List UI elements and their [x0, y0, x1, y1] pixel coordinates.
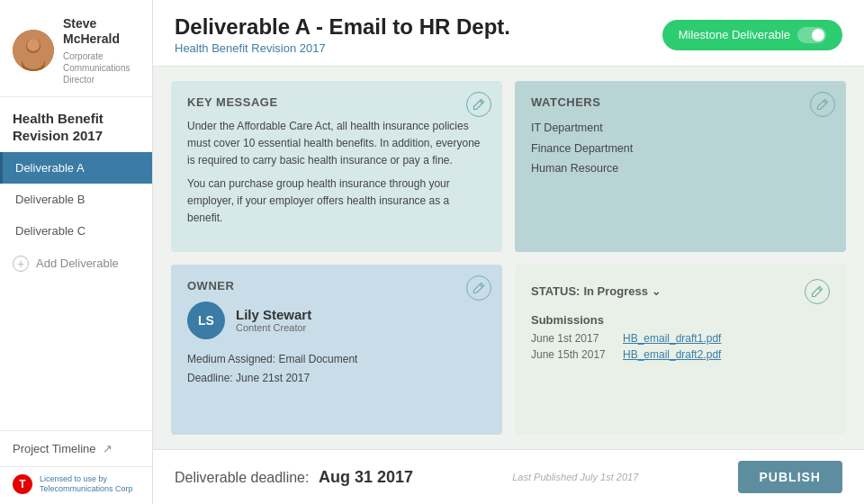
key-message-edit-button[interactable] [466, 92, 491, 117]
owner-edit-button[interactable] [466, 275, 491, 301]
user-role: Corporate Communications Director [63, 50, 140, 86]
telecom-footer: T Licensed to use by Telecommunications … [0, 466, 152, 504]
page-footer: Deliverable deadline: Aug 31 2017 Last P… [153, 449, 864, 504]
owner-medium: Medium Assigned: Email Document [187, 350, 486, 370]
project-label: Health Benefit Revision 2017 [0, 97, 152, 152]
svg-point-4 [22, 53, 44, 69]
sidebar-item-deliverable-b[interactable]: Deliverable B [0, 184, 152, 215]
telecom-logo: T [13, 474, 32, 494]
status-card: STATUS: In Progress ⌄ Submissions June 1… [515, 265, 846, 436]
key-message-p1: Under the Affordable Care Act, all healt… [187, 118, 486, 170]
telecom-text: Licensed to use by Telecommunications Co… [40, 474, 133, 495]
sidebar-item-deliverable-c[interactable]: Deliverable C [0, 215, 152, 247]
key-message-p2: You can purchase group health insurance … [187, 176, 486, 228]
watcher-item-2: Finance Department [531, 139, 830, 159]
external-link-icon: ↗ [103, 442, 112, 455]
main-content: Deliverable A - Email to HR Dept. Health… [153, 0, 864, 504]
add-deliverable-label: Add Deliverable [36, 256, 119, 270]
watchers-card: WATCHERS IT Department Finance Departmen… [515, 81, 846, 252]
watcher-item-1: IT Department [531, 118, 830, 139]
key-message-text: Under the Affordable Care Act, all healt… [187, 118, 486, 227]
submission-link-2[interactable]: HB_email_draft2.pdf [623, 348, 721, 361]
submission-date-1: June 1st 2017 [531, 332, 612, 345]
page-title: Deliverable A - Email to HR Dept. [175, 14, 510, 40]
pencil-icon [472, 98, 485, 111]
watchers-list: IT Department Finance Department Human R… [531, 118, 830, 179]
milestone-deliverable-button[interactable]: Milestone Deliverable [662, 20, 842, 50]
owner-deadline: Deadline: June 21st 2017 [187, 369, 486, 389]
user-section: Steve McHerald Corporate Communications … [0, 0, 152, 97]
status-value: In Progress [583, 284, 648, 298]
page-subtitle: Health Benefit Revision 2017 [175, 41, 510, 55]
submission-row-2: June 15th 2017 HB_email_draft2.pdf [531, 348, 830, 361]
header-left: Deliverable A - Email to HR Dept. Health… [175, 14, 510, 55]
avatar [13, 30, 54, 71]
status-label: STATUS: [531, 284, 580, 298]
owner-details-body: Medium Assigned: Email Document Deadline… [187, 350, 486, 389]
publish-button[interactable]: PUBLISH [738, 461, 842, 493]
user-info: Steve McHerald Corporate Communications … [63, 16, 140, 86]
sidebar: Steve McHerald Corporate Communications … [0, 0, 153, 504]
status-badge: STATUS: In Progress ⌄ [531, 284, 661, 298]
milestone-label: Milestone Deliverable [679, 28, 790, 41]
pencil-icon [816, 98, 829, 111]
user-name: Steve McHerald [63, 16, 140, 47]
pencil-icon [811, 285, 824, 298]
deadline-text: Deliverable deadline: Aug 31 2017 [175, 468, 413, 487]
deadline-label: Deliverable deadline: [175, 470, 309, 485]
pencil-icon [472, 282, 485, 294]
submissions-title: Submissions [531, 313, 830, 327]
owner-name: Lily Stewart [236, 307, 311, 322]
project-timeline-button[interactable]: Project Timeline ↗ [0, 430, 152, 466]
owner-details-header: Lily Stewart Content Creator [236, 307, 311, 333]
key-message-title: KEY MESSAGE [187, 95, 486, 109]
watchers-title: WATCHERS [531, 95, 830, 109]
watchers-edit-button[interactable] [810, 92, 835, 117]
deadline-value: Aug 31 2017 [319, 468, 413, 486]
svg-point-3 [27, 39, 40, 51]
add-deliverable-button[interactable]: + Add Deliverable [0, 247, 152, 281]
project-timeline-label: Project Timeline [13, 442, 95, 455]
owner-title: OWNER [187, 279, 486, 292]
owner-info: LS Lily Stewart Content Creator [187, 302, 486, 339]
chevron-down-icon[interactable]: ⌄ [652, 285, 661, 298]
last-published: Last Published July 1st 2017 [512, 472, 638, 482]
status-edit-button[interactable] [805, 279, 830, 304]
plus-circle-icon: + [13, 256, 29, 272]
owner-avatar: LS [187, 302, 225, 339]
owner-card: OWNER LS Lily Stewart Content Creator Me… [171, 265, 502, 436]
watcher-item-3: Human Resource [531, 158, 830, 179]
content-area: KEY MESSAGE Under the Affordable Care Ac… [153, 67, 864, 449]
sidebar-item-deliverable-a[interactable]: Deliverable A [0, 152, 152, 184]
status-header: STATUS: In Progress ⌄ [531, 279, 830, 304]
page-header: Deliverable A - Email to HR Dept. Health… [153, 0, 864, 67]
owner-role: Content Creator [236, 322, 311, 333]
key-message-card: KEY MESSAGE Under the Affordable Care Ac… [171, 81, 502, 252]
nav-list: Deliverable A Deliverable B Deliverable … [0, 152, 152, 247]
submission-row-1: June 1st 2017 HB_email_draft1.pdf [531, 332, 830, 345]
submission-link-1[interactable]: HB_email_draft1.pdf [623, 332, 721, 345]
submission-date-2: June 15th 2017 [531, 348, 612, 361]
milestone-toggle[interactable] [797, 27, 826, 43]
